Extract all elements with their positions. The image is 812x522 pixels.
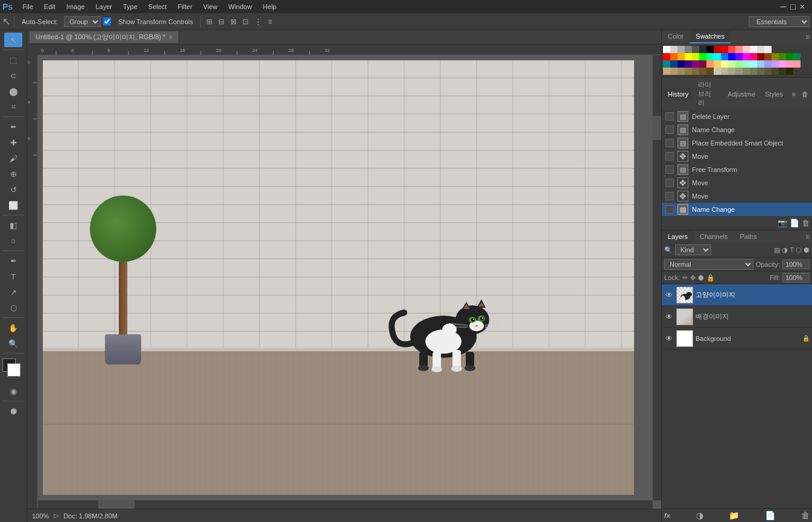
delete-layer-icon[interactable]: 🗑 <box>801 511 810 520</box>
adj-filter-icon[interactable]: ◑ <box>782 246 788 254</box>
tab-color[interactable]: Color <box>662 30 690 43</box>
tool-quickmask[interactable]: ◉ <box>4 384 22 398</box>
swatch[interactable] <box>735 60 743 68</box>
smart-filter-icon[interactable]: ⬢ <box>804 246 810 254</box>
tab-close-button[interactable]: × <box>169 34 173 40</box>
swatch[interactable] <box>793 60 801 68</box>
history-new-doc-icon[interactable]: 📄 <box>790 218 799 228</box>
align-icon-6[interactable]: ≡ <box>268 18 272 26</box>
menu-filter[interactable]: Filter <box>173 2 197 11</box>
swatch[interactable] <box>670 46 677 53</box>
tool-pen[interactable]: ✒ <box>4 253 22 268</box>
layers-panel-menu-icon[interactable]: ≡ <box>804 231 812 243</box>
shape-filter-icon[interactable]: ⬡ <box>796 246 802 254</box>
history-item[interactable]: ▤ Delete Layer <box>662 110 812 123</box>
swatch[interactable] <box>793 53 801 60</box>
swatch[interactable] <box>670 60 677 68</box>
swatch[interactable] <box>750 60 757 68</box>
menu-image[interactable]: Image <box>62 2 90 11</box>
lock-pixel-icon[interactable]: ✏ <box>682 274 688 282</box>
tool-history-brush[interactable]: ↺ <box>4 182 22 197</box>
swatch[interactable] <box>757 46 764 53</box>
layer-item-background[interactable]: 👁 Background 🔒 <box>662 328 812 349</box>
tab-layers[interactable]: Layers <box>662 231 694 243</box>
menu-help[interactable]: Help <box>258 2 282 11</box>
tool-type[interactable]: T <box>4 269 22 284</box>
tool-crop[interactable]: ⌗ <box>4 100 22 114</box>
swatch[interactable] <box>743 60 750 68</box>
lock-move-icon[interactable]: ✥ <box>690 274 696 282</box>
swatch[interactable] <box>786 53 793 60</box>
swatch[interactable] <box>663 60 670 68</box>
swatch[interactable] <box>721 68 728 75</box>
move-tool-icon[interactable]: ↖ <box>2 16 10 27</box>
swatch[interactable] <box>677 68 685 75</box>
tab-styles[interactable]: Styles <box>760 88 788 100</box>
history-check[interactable] <box>665 126 674 134</box>
tool-eyedropper[interactable]: ✒ <box>4 119 22 134</box>
new-fill-layer-icon[interactable]: ◑ <box>696 511 703 520</box>
swatch[interactable] <box>663 53 670 60</box>
autoselect-dropdown[interactable]: Group Layer <box>64 16 101 27</box>
align-icon-4[interactable]: ⊡ <box>243 18 249 26</box>
swatch[interactable] <box>699 60 706 68</box>
swatch[interactable] <box>764 53 772 60</box>
swatch[interactable] <box>735 53 743 60</box>
menu-edit[interactable]: Edit <box>39 2 60 11</box>
swatch[interactable] <box>764 46 772 53</box>
align-icon-3[interactable]: ⊠ <box>230 18 236 26</box>
swatch[interactable] <box>670 68 677 75</box>
tab-swatches[interactable]: Swatches <box>690 30 731 43</box>
swatch[interactable] <box>714 53 721 60</box>
swatch[interactable] <box>721 60 728 68</box>
transform-controls-checkbox[interactable] <box>103 18 111 25</box>
tool-eraser[interactable]: ⬜ <box>4 198 22 212</box>
history-item[interactable]: ✥ Move <box>662 150 812 163</box>
align-icon-1[interactable]: ⊞ <box>206 18 212 26</box>
close-button[interactable]: × <box>800 2 805 11</box>
swatch[interactable] <box>706 46 714 53</box>
swatch[interactable] <box>743 46 750 53</box>
layers-kind-dropdown[interactable]: Kind Name Effect <box>675 244 711 255</box>
fill-input[interactable] <box>782 273 810 282</box>
tool-clone[interactable]: ⊕ <box>4 167 22 181</box>
swatch[interactable] <box>750 46 757 53</box>
swatch[interactable] <box>772 53 779 60</box>
scrollbar-vertical[interactable] <box>653 56 661 500</box>
swatch[interactable] <box>728 53 735 60</box>
lock-all-icon[interactable]: 🔒 <box>706 274 715 282</box>
lock-artboard-icon[interactable]: ⬢ <box>698 274 704 282</box>
history-delete-icon[interactable]: 🗑 <box>802 218 810 228</box>
workspace-dropdown[interactable]: Essentials Photography Design <box>749 16 810 27</box>
swatch[interactable] <box>714 46 721 53</box>
tool-dodge[interactable]: ○ <box>4 234 22 248</box>
minimize-button[interactable]: ─ <box>780 2 786 11</box>
canvas-document[interactable] <box>43 60 634 495</box>
zoom-out-icon[interactable]: ▷ <box>54 512 59 520</box>
swatch[interactable] <box>743 68 750 75</box>
swatch[interactable] <box>685 53 692 60</box>
history-item[interactable]: ✥ Move <box>662 189 812 203</box>
swatch[interactable] <box>764 68 772 75</box>
layer-item-cat[interactable]: 👁 고양이이미지 <box>662 284 812 306</box>
pixel-filter-icon[interactable]: ▤ <box>774 246 780 254</box>
maximize-button[interactable]: □ <box>790 2 795 11</box>
tab-history[interactable]: History <box>663 88 693 100</box>
new-layer-icon[interactable]: 📄 <box>765 511 775 520</box>
history-check[interactable] <box>665 205 674 214</box>
swatch[interactable] <box>685 60 692 68</box>
layer-visibility-icon[interactable]: 👁 <box>664 312 674 322</box>
swatch[interactable] <box>779 53 786 60</box>
swatch[interactable] <box>692 46 699 53</box>
swatch[interactable] <box>750 53 757 60</box>
menu-type[interactable]: Type <box>118 2 142 11</box>
swatch[interactable] <box>757 53 764 60</box>
swatch[interactable] <box>692 60 699 68</box>
swatch[interactable] <box>779 60 786 68</box>
history-check[interactable] <box>665 179 674 187</box>
scrollbar-v-thumb[interactable] <box>653 116 661 140</box>
swatch[interactable] <box>779 68 786 75</box>
layer-visibility-icon[interactable]: 👁 <box>664 290 674 300</box>
swatch[interactable] <box>728 60 735 68</box>
scrollbar-h-thumb[interactable] <box>98 500 135 509</box>
